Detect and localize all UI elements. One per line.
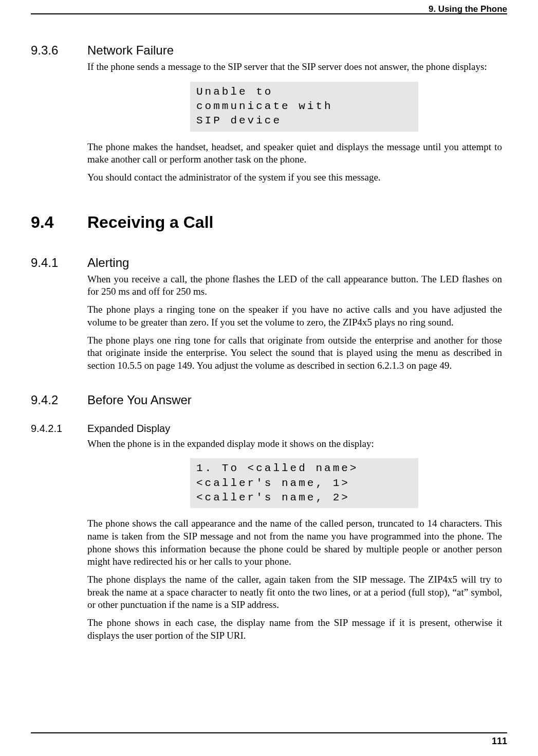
paragraph: The phone plays one ring tone for calls … [87,334,502,372]
paragraph: The phone makes the handset, headset, an… [87,141,502,166]
paragraph: The phone displays the name of the calle… [87,573,502,611]
running-header: 9. Using the Phone [429,4,507,14]
section-9-4-1-heading: 9.4.1 Alerting [31,256,507,270]
paragraph: You should contact the administrator of … [87,171,502,184]
section-number: 9.4.2.1 [31,423,87,435]
lcd-display-example: 1. To <called name> <caller's name, 1> <… [190,458,418,508]
content: 9.3.6 Network Failure If the phone sends… [31,43,507,642]
section-9-4-2-heading: 9.4.2 Before You Answer [31,393,507,407]
paragraph: When the phone is in the expanded displa… [87,438,502,451]
section-title: Receiving a Call [87,213,213,232]
section-9-4-heading: 9.4 Receiving a Call [31,213,507,232]
paragraph: The phone shows the call appearance and … [87,517,502,568]
paragraph: The phone plays a ringing tone on the sp… [87,303,502,329]
section-title: Before You Answer [87,393,192,407]
section-title: Alerting [87,256,129,270]
footer-rule [31,732,507,733]
section-title: Expanded Display [87,423,170,435]
section-9-4-2-1-heading: 9.4.2.1 Expanded Display [31,423,507,435]
section-number: 9.4.1 [31,256,87,270]
section-9-4-1-body: When you receive a call, the phone flash… [87,273,502,372]
page-number: 111 [492,736,507,747]
section-number: 9.4.2 [31,393,87,407]
paragraph: If the phone sends a message to the SIP … [87,61,502,74]
paragraph: When you receive a call, the phone flash… [87,273,502,298]
page: 9. Using the Phone 9.3.6 Network Failure… [0,0,538,756]
lcd-display-example: Unable to communicate with SIP device [190,82,418,132]
section-9-4-2-1-body: When the phone is in the expanded displa… [87,438,502,642]
section-title: Network Failure [87,43,174,58]
section-number: 9.4 [31,213,87,232]
section-9-3-6-heading: 9.3.6 Network Failure [31,43,507,58]
section-9-3-6-body: If the phone sends a message to the SIP … [87,61,502,184]
paragraph: The phone shows in each case, the displa… [87,617,502,642]
section-number: 9.3.6 [31,43,87,58]
